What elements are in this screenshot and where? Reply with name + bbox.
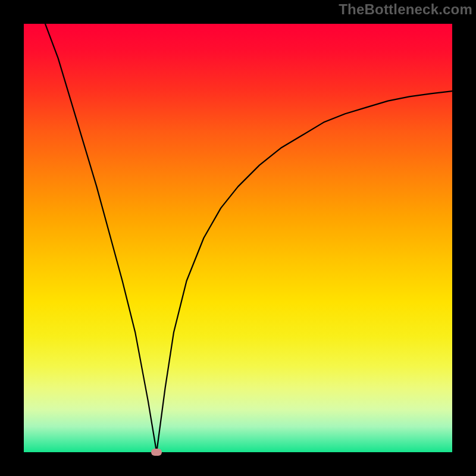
bottleneck-curve [45, 24, 452, 452]
minimum-marker-icon [151, 449, 162, 456]
curve-svg [24, 24, 452, 452]
chart-frame: TheBottleneck.com [0, 0, 476, 476]
plot-area [24, 24, 452, 452]
watermark-label: TheBottleneck.com [339, 1, 472, 18]
